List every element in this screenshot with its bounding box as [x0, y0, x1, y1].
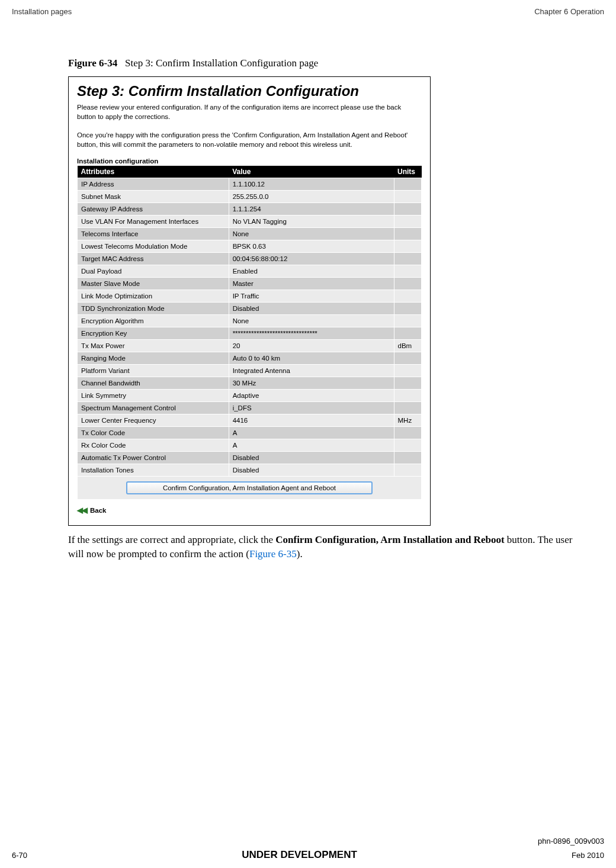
cell-units — [394, 365, 422, 377]
step-desc-2: Once you're happy with the configuration… — [77, 131, 422, 149]
cell-attribute: Ranging Mode — [78, 352, 229, 365]
cell-attribute: Rx Color Code — [78, 439, 229, 452]
screenshot-frame: Step 3: Confirm Installation Configurati… — [68, 76, 431, 526]
cell-units — [394, 352, 422, 365]
cell-attribute: Dual Payload — [78, 265, 229, 278]
table-row: Telecoms InterfaceNone — [78, 228, 422, 240]
config-table: Attributes Value Units IP Address1.1.100… — [77, 166, 422, 500]
th-attributes: Attributes — [78, 166, 229, 178]
footer-page-num: 6-70 — [12, 851, 27, 860]
cell-value: ******************************** — [229, 327, 394, 340]
header-left: Installation pages — [12, 7, 72, 16]
body-part1: If the settings are correct and appropri… — [68, 534, 275, 545]
cell-value: Integrated Antenna — [229, 365, 394, 377]
cell-value: No VLAN Tagging — [229, 216, 394, 228]
body-part3: ). — [297, 548, 303, 560]
table-row: Subnet Mask255.255.0.0 — [78, 191, 422, 203]
confirm-button[interactable]: Confirm Configuration, Arm Installation … — [126, 481, 373, 494]
cell-units — [394, 178, 422, 191]
table-row: Link SymmetryAdaptive — [78, 390, 422, 402]
cell-units — [394, 240, 422, 253]
table-row: Dual PayloadEnabled — [78, 265, 422, 278]
cell-value: 4416 — [229, 414, 394, 427]
cell-units — [394, 303, 422, 315]
cell-attribute: Installation Tones — [78, 464, 229, 477]
cell-value: BPSK 0.63 — [229, 240, 394, 253]
page-header: Installation pages Chapter 6 Operation — [12, 7, 604, 16]
cell-attribute: Gateway IP Address — [78, 203, 229, 216]
cell-attribute: Tx Max Power — [78, 340, 229, 352]
table-row: Target MAC Address00:04:56:88:00:12 — [78, 253, 422, 265]
cell-attribute: Lowest Telecoms Modulation Mode — [78, 240, 229, 253]
cell-value: 1.1.100.12 — [229, 178, 394, 191]
cell-value: Auto 0 to 40 km — [229, 352, 394, 365]
cell-attribute: Lower Center Frequency — [78, 414, 229, 427]
cell-value: Disabled — [229, 464, 394, 477]
cell-attribute: Spectrum Management Control — [78, 402, 229, 414]
table-row: Use VLAN For Management InterfacesNo VLA… — [78, 216, 422, 228]
cell-value: 00:04:56:88:00:12 — [229, 253, 394, 265]
cell-attribute: Telecoms Interface — [78, 228, 229, 240]
cell-units — [394, 216, 422, 228]
step-desc-1: Please review your entered configuration… — [77, 103, 422, 121]
table-row: Encryption AlgorithmNone — [78, 315, 422, 327]
table-row: Rx Color CodeA — [78, 439, 422, 452]
cell-units — [394, 327, 422, 340]
table-row: Automatic Tx Power ControlDisabled — [78, 452, 422, 464]
back-link[interactable]: ◀◀ Back — [77, 506, 422, 515]
cell-units — [394, 228, 422, 240]
header-right: Chapter 6 Operation — [534, 7, 604, 16]
cell-units — [394, 191, 422, 203]
table-row: Ranging ModeAuto 0 to 40 km — [78, 352, 422, 365]
page-footer: phn-0896_009v003 6-70 UNDER DEVELOPMENT … — [12, 837, 604, 861]
cell-units — [394, 253, 422, 265]
th-units: Units — [394, 166, 422, 178]
cell-attribute: Channel Bandwidth — [78, 377, 229, 390]
cell-value: 255.255.0.0 — [229, 191, 394, 203]
cell-units: dBm — [394, 340, 422, 352]
cell-value: Disabled — [229, 303, 394, 315]
back-label: Back — [90, 507, 107, 514]
table-row: Link Mode OptimizationIP Traffic — [78, 290, 422, 303]
footer-center: UNDER DEVELOPMENT — [242, 849, 357, 861]
cell-units — [394, 290, 422, 303]
step-title: Step 3: Confirm Installation Configurati… — [77, 83, 422, 99]
cell-attribute: Use VLAN For Management Interfaces — [78, 216, 229, 228]
cell-attribute: Subnet Mask — [78, 191, 229, 203]
cell-value: Adaptive — [229, 390, 394, 402]
cell-value: Master — [229, 278, 394, 290]
table-row: Tx Color CodeA — [78, 427, 422, 439]
body-text: If the settings are correct and appropri… — [68, 533, 586, 561]
table-row: Encryption Key**************************… — [78, 327, 422, 340]
cell-units — [394, 464, 422, 477]
table-row: Lowest Telecoms Modulation ModeBPSK 0.63 — [78, 240, 422, 253]
cell-units — [394, 452, 422, 464]
back-arrow-icon: ◀◀ — [77, 506, 86, 515]
cell-value: 1.1.1.254 — [229, 203, 394, 216]
table-row: Installation TonesDisabled — [78, 464, 422, 477]
install-config-label: Installation configuration — [77, 157, 422, 165]
table-row: IP Address1.1.100.12 — [78, 178, 422, 191]
cell-value: 20 — [229, 340, 394, 352]
cell-attribute: TDD Synchronization Mode — [78, 303, 229, 315]
table-row: Channel Bandwidth30 MHz — [78, 377, 422, 390]
cell-units — [394, 402, 422, 414]
cell-value: None — [229, 315, 394, 327]
cell-value: Enabled — [229, 265, 394, 278]
cell-units — [394, 278, 422, 290]
cell-units — [394, 315, 422, 327]
cell-units — [394, 377, 422, 390]
cell-attribute: Master Slave Mode — [78, 278, 229, 290]
cell-units — [394, 427, 422, 439]
cell-value: Disabled — [229, 452, 394, 464]
table-row: Master Slave ModeMaster — [78, 278, 422, 290]
table-row: TDD Synchronization ModeDisabled — [78, 303, 422, 315]
figure-caption: Figure 6-34 Step 3: Confirm Installation… — [68, 57, 604, 69]
cell-value: i_DFS — [229, 402, 394, 414]
th-value: Value — [229, 166, 394, 178]
table-row: Gateway IP Address1.1.1.254 — [78, 203, 422, 216]
table-row: Lower Center Frequency4416MHz — [78, 414, 422, 427]
table-row: Spectrum Management Controli_DFS — [78, 402, 422, 414]
figure-link[interactable]: Figure 6-35 — [249, 548, 297, 560]
cell-attribute: Automatic Tx Power Control — [78, 452, 229, 464]
